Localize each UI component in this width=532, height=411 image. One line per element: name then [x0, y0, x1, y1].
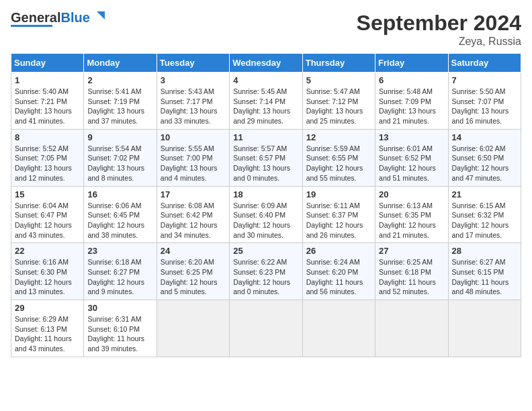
weekday-header: Sunday [11, 54, 84, 73]
day-number: 22 [15, 246, 80, 256]
weekday-header: Monday [84, 54, 157, 73]
day-number: 29 [15, 303, 80, 313]
day-info: Sunrise: 5:40 AM Sunset: 7:21 PM Dayligh… [15, 87, 80, 126]
day-info: Sunrise: 5:57 AM Sunset: 6:57 PM Dayligh… [233, 144, 298, 183]
calendar-cell: 4Sunrise: 5:45 AM Sunset: 7:14 PM Daylig… [230, 73, 302, 130]
page-subtitle: Zeya, Russia [357, 36, 521, 48]
day-number: 27 [379, 246, 444, 256]
weekday-header: Tuesday [157, 54, 229, 73]
calendar-cell: 15Sunrise: 6:04 AM Sunset: 6:47 PM Dayli… [11, 186, 84, 243]
calendar-cell [230, 300, 302, 357]
calendar-cell: 29Sunrise: 6:29 AM Sunset: 6:13 PM Dayli… [11, 300, 84, 357]
calendar-cell: 17Sunrise: 6:08 AM Sunset: 6:42 PM Dayli… [157, 186, 229, 243]
day-info: Sunrise: 5:48 AM Sunset: 7:09 PM Dayligh… [379, 87, 444, 126]
day-number: 15 [15, 189, 80, 199]
day-number: 11 [233, 132, 298, 142]
day-info: Sunrise: 6:27 AM Sunset: 6:15 PM Dayligh… [452, 257, 517, 297]
calendar-week-row: 1Sunrise: 5:40 AM Sunset: 7:21 PM Daylig… [11, 73, 521, 130]
svg-marker-0 [97, 11, 105, 19]
calendar-week-row: 15Sunrise: 6:04 AM Sunset: 6:47 PM Dayli… [11, 186, 521, 243]
calendar-cell: 13Sunrise: 6:01 AM Sunset: 6:52 PM Dayli… [375, 129, 448, 186]
day-info: Sunrise: 6:25 AM Sunset: 6:18 PM Dayligh… [379, 257, 444, 297]
day-info: Sunrise: 6:15 AM Sunset: 6:32 PM Dayligh… [452, 201, 517, 240]
calendar-cell: 30Sunrise: 6:31 AM Sunset: 6:10 PM Dayli… [84, 300, 157, 357]
day-number: 6 [379, 75, 444, 85]
day-info: Sunrise: 6:29 AM Sunset: 6:13 PM Dayligh… [15, 314, 80, 354]
day-number: 18 [233, 189, 298, 199]
weekday-header: Friday [375, 54, 448, 73]
day-number: 20 [379, 189, 444, 199]
day-number: 12 [306, 132, 371, 142]
day-number: 30 [87, 303, 152, 313]
title-block: September 2024 Zeya, Russia [357, 11, 521, 48]
calendar-cell: 6Sunrise: 5:48 AM Sunset: 7:09 PM Daylig… [375, 73, 448, 130]
day-info: Sunrise: 6:11 AM Sunset: 6:37 PM Dayligh… [306, 201, 371, 240]
calendar-cell: 12Sunrise: 5:59 AM Sunset: 6:55 PM Dayli… [302, 129, 375, 186]
day-number: 7 [452, 75, 517, 85]
logo-text: GeneralBlue [11, 11, 90, 24]
day-info: Sunrise: 6:13 AM Sunset: 6:35 PM Dayligh… [379, 201, 444, 240]
day-info: Sunrise: 6:20 AM Sunset: 6:25 PM Dayligh… [161, 257, 226, 297]
day-number: 1 [15, 75, 80, 85]
calendar-cell: 21Sunrise: 6:15 AM Sunset: 6:32 PM Dayli… [448, 186, 521, 243]
day-info: Sunrise: 5:41 AM Sunset: 7:19 PM Dayligh… [87, 87, 152, 126]
day-number: 21 [452, 189, 517, 199]
day-number: 24 [161, 246, 226, 256]
calendar-cell: 8Sunrise: 5:52 AM Sunset: 7:05 PM Daylig… [11, 129, 84, 186]
calendar-cell: 18Sunrise: 6:09 AM Sunset: 6:40 PM Dayli… [230, 186, 302, 243]
day-number: 8 [15, 132, 80, 142]
calendar-week-row: 8Sunrise: 5:52 AM Sunset: 7:05 PM Daylig… [11, 129, 521, 186]
day-info: Sunrise: 6:24 AM Sunset: 6:20 PM Dayligh… [306, 257, 371, 297]
calendar-cell: 2Sunrise: 5:41 AM Sunset: 7:19 PM Daylig… [84, 73, 157, 130]
logo-icon [91, 9, 106, 24]
day-number: 26 [306, 246, 371, 256]
page-header: GeneralBlue September 2024 Zeya, Russia [11, 11, 521, 48]
calendar-cell [302, 300, 375, 357]
calendar-cell: 11Sunrise: 5:57 AM Sunset: 6:57 PM Dayli… [230, 129, 302, 186]
day-info: Sunrise: 6:31 AM Sunset: 6:10 PM Dayligh… [87, 314, 152, 354]
day-info: Sunrise: 5:47 AM Sunset: 7:12 PM Dayligh… [306, 87, 371, 126]
day-info: Sunrise: 6:09 AM Sunset: 6:40 PM Dayligh… [233, 201, 298, 240]
calendar-cell: 28Sunrise: 6:27 AM Sunset: 6:15 PM Dayli… [448, 243, 521, 300]
day-info: Sunrise: 5:54 AM Sunset: 7:02 PM Dayligh… [87, 144, 152, 183]
day-info: Sunrise: 6:18 AM Sunset: 6:27 PM Dayligh… [87, 257, 152, 297]
day-info: Sunrise: 6:04 AM Sunset: 6:47 PM Dayligh… [15, 201, 80, 240]
calendar-cell: 14Sunrise: 6:02 AM Sunset: 6:50 PM Dayli… [448, 129, 521, 186]
calendar-cell: 26Sunrise: 6:24 AM Sunset: 6:20 PM Dayli… [302, 243, 375, 300]
day-number: 25 [233, 246, 298, 256]
calendar-cell [157, 300, 229, 357]
day-number: 2 [87, 75, 152, 85]
calendar-cell: 23Sunrise: 6:18 AM Sunset: 6:27 PM Dayli… [84, 243, 157, 300]
day-number: 3 [161, 75, 226, 85]
calendar-cell: 22Sunrise: 6:16 AM Sunset: 6:30 PM Dayli… [11, 243, 84, 300]
calendar-cell: 19Sunrise: 6:11 AM Sunset: 6:37 PM Dayli… [302, 186, 375, 243]
calendar-week-row: 22Sunrise: 6:16 AM Sunset: 6:30 PM Dayli… [11, 243, 521, 300]
weekday-header: Thursday [302, 54, 375, 73]
calendar-week-row: 29Sunrise: 6:29 AM Sunset: 6:13 PM Dayli… [11, 300, 521, 357]
day-number: 5 [306, 75, 371, 85]
calendar-cell: 25Sunrise: 6:22 AM Sunset: 6:23 PM Dayli… [230, 243, 302, 300]
day-number: 28 [452, 246, 517, 256]
day-number: 13 [379, 132, 444, 142]
day-info: Sunrise: 5:59 AM Sunset: 6:55 PM Dayligh… [306, 144, 371, 183]
day-number: 19 [306, 189, 371, 199]
day-info: Sunrise: 5:45 AM Sunset: 7:14 PM Dayligh… [233, 87, 298, 126]
logo: GeneralBlue [11, 11, 106, 27]
day-info: Sunrise: 6:01 AM Sunset: 6:52 PM Dayligh… [379, 144, 444, 183]
day-info: Sunrise: 5:52 AM Sunset: 7:05 PM Dayligh… [15, 144, 80, 183]
calendar-cell [375, 300, 448, 357]
calendar-cell: 24Sunrise: 6:20 AM Sunset: 6:25 PM Dayli… [157, 243, 229, 300]
calendar-cell: 5Sunrise: 5:47 AM Sunset: 7:12 PM Daylig… [302, 73, 375, 130]
day-info: Sunrise: 6:06 AM Sunset: 6:45 PM Dayligh… [87, 201, 152, 240]
day-number: 23 [87, 246, 152, 256]
weekday-header: Wednesday [230, 54, 302, 73]
calendar-cell: 16Sunrise: 6:06 AM Sunset: 6:45 PM Dayli… [84, 186, 157, 243]
calendar-cell: 10Sunrise: 5:55 AM Sunset: 7:00 PM Dayli… [157, 129, 229, 186]
day-info: Sunrise: 5:50 AM Sunset: 7:07 PM Dayligh… [452, 87, 517, 126]
day-info: Sunrise: 6:08 AM Sunset: 6:42 PM Dayligh… [161, 201, 226, 240]
calendar-cell [448, 300, 521, 357]
day-info: Sunrise: 6:16 AM Sunset: 6:30 PM Dayligh… [15, 257, 80, 297]
day-info: Sunrise: 5:55 AM Sunset: 7:00 PM Dayligh… [161, 144, 226, 183]
day-number: 4 [233, 75, 298, 85]
day-number: 9 [87, 132, 152, 142]
